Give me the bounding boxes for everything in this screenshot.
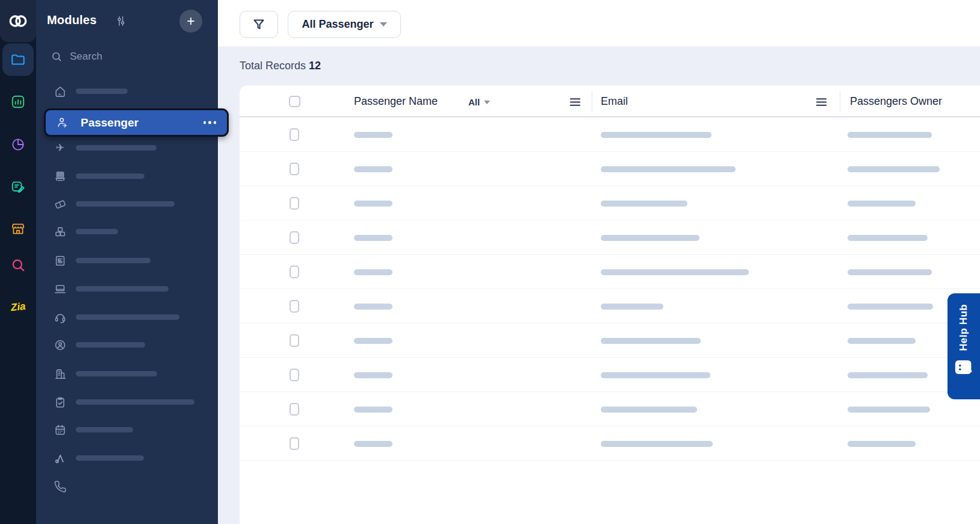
hotel-icon xyxy=(54,170,67,183)
sidebar-item-laptop[interactable] xyxy=(36,281,218,298)
row-checkbox[interactable] xyxy=(290,163,299,175)
sidebar-item-ads[interactable] xyxy=(36,450,218,467)
skeleton-bar xyxy=(76,145,157,151)
sidebar-item-plane[interactable] xyxy=(36,140,218,157)
sidebar-item-doc[interactable] xyxy=(36,252,218,269)
table-header-row: Passenger Name All Email Passengers Owne… xyxy=(240,86,980,117)
row-checkbox[interactable] xyxy=(290,437,299,450)
sliders-icon[interactable] xyxy=(114,14,128,28)
row-checkbox[interactable] xyxy=(290,300,299,313)
filter-button[interactable] xyxy=(240,11,278,38)
column-header-email[interactable]: Email xyxy=(601,95,628,108)
magnify-icon[interactable] xyxy=(0,255,36,275)
records-table: Passenger Name All Email Passengers Owne… xyxy=(240,86,980,524)
table-row[interactable] xyxy=(240,358,980,392)
skeleton-owner xyxy=(848,338,916,344)
form-icon[interactable] xyxy=(0,176,36,197)
skeleton-bar xyxy=(76,229,118,234)
store-icon[interactable] xyxy=(0,219,36,239)
skeleton-bar xyxy=(76,455,144,461)
pie-icon[interactable] xyxy=(0,134,36,155)
sidebar-search[interactable]: Search xyxy=(51,51,102,63)
table-row[interactable] xyxy=(240,220,980,255)
calendar-icon xyxy=(54,423,67,437)
table-row[interactable] xyxy=(240,117,980,152)
column-menu-icon[interactable] xyxy=(568,95,582,109)
table-row[interactable] xyxy=(240,255,980,289)
row-checkbox[interactable] xyxy=(290,197,299,210)
skeleton-email xyxy=(601,269,749,275)
skeleton-passenger-name xyxy=(354,201,392,207)
sidebar-item-usercircle[interactable] xyxy=(36,337,218,354)
main-content: All Passenger Total Records 12 Passenger… xyxy=(218,0,980,524)
sidebar-item-clipboard[interactable] xyxy=(36,394,218,411)
column-header-passenger-name[interactable]: Passenger Name xyxy=(354,95,438,108)
sidebar-item-ticket[interactable] xyxy=(36,196,218,213)
row-checkbox[interactable] xyxy=(290,231,299,244)
table-row[interactable] xyxy=(240,186,980,220)
skeleton-passenger-name xyxy=(354,132,392,138)
app-logo[interactable] xyxy=(0,0,36,42)
skeleton-bar xyxy=(76,314,179,320)
column-divider xyxy=(840,91,840,113)
sidebar-item-phone[interactable] xyxy=(36,478,218,495)
sidebar-item-office[interactable] xyxy=(36,366,218,382)
home-icon xyxy=(54,85,67,98)
skeleton-passenger-name xyxy=(354,304,392,310)
table-row[interactable] xyxy=(240,152,980,186)
skeleton-passenger-name xyxy=(354,372,392,378)
sidebar-item-home[interactable] xyxy=(36,83,218,100)
chevron-down-icon xyxy=(484,101,490,104)
sidebar-item-calendar[interactable] xyxy=(36,422,218,438)
skeleton-bar xyxy=(76,427,133,432)
table-row[interactable] xyxy=(240,323,980,358)
row-checkbox[interactable] xyxy=(290,369,299,381)
row-checkbox[interactable] xyxy=(290,334,299,347)
select-all-checkbox[interactable] xyxy=(289,96,300,107)
skeleton-owner xyxy=(848,166,940,172)
total-records-label: Total Records xyxy=(240,60,306,72)
skeleton-bar xyxy=(76,173,144,179)
row-checkbox[interactable] xyxy=(290,128,299,141)
headset-icon xyxy=(54,311,67,324)
ticket-icon xyxy=(54,198,67,211)
skeleton-owner xyxy=(848,132,932,138)
sidebar-item-passenger-active[interactable]: Passenger xyxy=(44,108,229,137)
column-header-passengers-owner[interactable]: Passengers Owner xyxy=(850,95,942,108)
table-row[interactable] xyxy=(240,392,980,426)
sidebar-item-hotel[interactable] xyxy=(36,168,218,185)
add-module-button[interactable]: + xyxy=(179,10,202,33)
skeleton-email xyxy=(601,407,697,413)
active-module-label: Passenger xyxy=(81,116,138,129)
skeleton-email xyxy=(601,441,713,447)
sidebar-title: Modules xyxy=(47,13,97,27)
column-filter-all-label: All xyxy=(468,97,480,107)
view-selector-dropdown[interactable]: All Passenger xyxy=(288,11,401,38)
more-options-icon[interactable] xyxy=(203,121,217,124)
zoho-logo-icon xyxy=(8,11,28,31)
row-checkbox[interactable] xyxy=(290,403,299,416)
column-filter-all-dropdown[interactable]: All xyxy=(468,97,490,107)
help-hub-tab[interactable]: Help Hub xyxy=(947,293,980,399)
skeleton-passenger-name xyxy=(354,235,392,241)
chevron-down-icon xyxy=(380,22,387,27)
column-menu-icon[interactable] xyxy=(814,95,828,109)
skeleton-email xyxy=(601,372,710,378)
rail-tab-modules-active[interactable] xyxy=(2,43,34,76)
sidebar-item-headset[interactable] xyxy=(36,309,218,326)
chart-icon[interactable] xyxy=(0,92,36,112)
skeleton-owner xyxy=(848,441,916,447)
table-body xyxy=(240,117,980,461)
table-row[interactable] xyxy=(240,426,980,461)
zia-logo-icon[interactable]: Zia xyxy=(0,297,36,317)
skeleton-email xyxy=(601,201,687,207)
plane-icon xyxy=(54,142,67,155)
skeleton-passenger-name xyxy=(354,407,392,413)
table-row[interactable] xyxy=(240,289,980,323)
app-rail: Zia xyxy=(0,0,36,524)
folder-icon xyxy=(10,52,26,67)
skeleton-owner xyxy=(848,372,928,378)
search-icon xyxy=(51,51,63,63)
sidebar-item-boxes[interactable] xyxy=(36,223,218,240)
row-checkbox[interactable] xyxy=(290,266,299,278)
